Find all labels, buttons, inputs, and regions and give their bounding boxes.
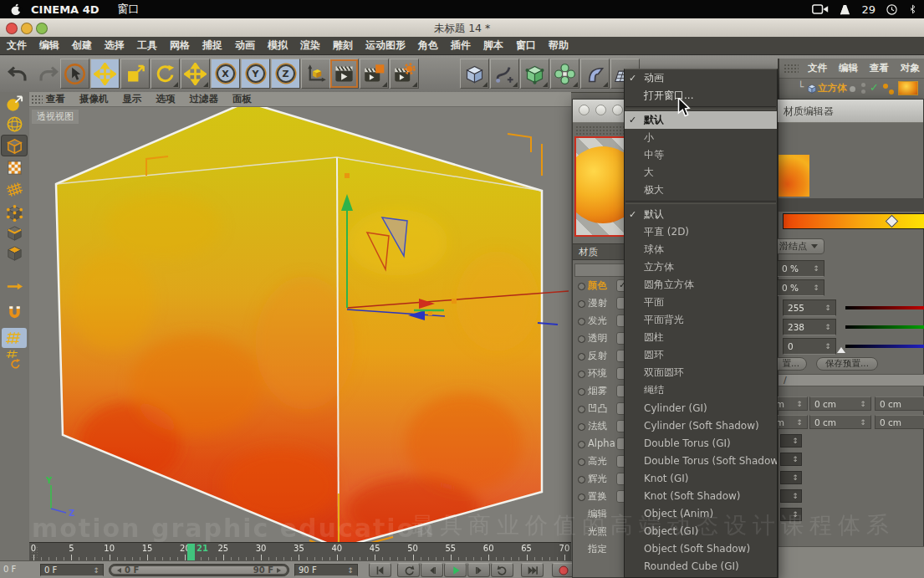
save-preset-button[interactable]: 保存预置... — [816, 357, 878, 371]
channel-label[interactable]: 指定 — [588, 543, 607, 555]
main-menu-item-4[interactable]: 工具 — [137, 38, 157, 53]
time-machine-icon[interactable] — [886, 3, 898, 16]
coord-field-0-2[interactable]: 0 cm — [875, 396, 924, 411]
main-menu-item-0[interactable]: 文件 — [7, 38, 27, 53]
workplane-mode-button[interactable] — [2, 179, 27, 199]
stepper-stub-0[interactable]: ↕ — [780, 434, 802, 448]
goto-start-button[interactable] — [369, 563, 391, 577]
material-editor-grip[interactable] — [575, 125, 627, 136]
channel-label[interactable]: 反射 — [588, 350, 607, 362]
add-primitive-cube-button[interactable] — [460, 59, 489, 89]
main-menu-item-3[interactable]: 选择 — [105, 38, 125, 53]
red-slider[interactable] — [845, 306, 924, 309]
menu-item-2-2[interactable]: 球体 — [625, 241, 777, 258]
menu-item-2-3[interactable]: 立方体 — [625, 258, 777, 276]
blue-slider-marker[interactable] — [837, 347, 845, 353]
main-menu-item-9[interactable]: 渲染 — [300, 38, 320, 53]
channel-radio[interactable] — [578, 458, 585, 466]
menu-item-2-16[interactable]: Knot (Soft Shadow) — [625, 487, 777, 504]
menu-item-2-10[interactable]: 绳结 — [625, 381, 777, 399]
channel-radio[interactable] — [578, 406, 585, 413]
lock-workplane-button[interactable] — [2, 349, 27, 369]
channel-radio[interactable] — [578, 283, 585, 290]
menu-item-1-0[interactable]: ✓默认 — [625, 111, 777, 129]
main-menu-item-5[interactable]: 网格 — [170, 38, 190, 53]
playhead[interactable] — [187, 544, 195, 560]
viewport-menu-item-1[interactable]: 摄像机 — [79, 93, 109, 105]
main-menu-item-12[interactable]: 角色 — [418, 38, 438, 53]
texture-path-bar[interactable]: / — [779, 374, 924, 386]
live-selection-tool[interactable] — [60, 59, 89, 89]
render-to-picture-viewer-button[interactable] — [360, 59, 389, 89]
menu-item-1-4[interactable]: 极大 — [625, 182, 777, 199]
redo-button[interactable] — [33, 59, 63, 89]
polygons-mode-button[interactable] — [2, 243, 27, 263]
stepper-stub-3[interactable]: ↕ — [780, 489, 802, 503]
stepper-stub-1[interactable]: ↕ — [780, 453, 802, 466]
menu-item-0-1[interactable]: 打开窗口... — [625, 87, 777, 105]
channel-radio[interactable] — [578, 335, 585, 343]
channel-label[interactable]: 编辑 — [588, 508, 607, 520]
viewport-menu-item-4[interactable]: 过滤器 — [190, 93, 219, 105]
recent-tool-move[interactable] — [181, 59, 210, 89]
texture-tag-dot-icon[interactable] — [883, 84, 888, 89]
gradient-bar[interactable] — [783, 213, 924, 229]
visibility-toggle-top[interactable] — [861, 83, 865, 87]
viewport-menu-item-5[interactable]: 面板 — [232, 93, 252, 105]
texture-axis-mode-button[interactable] — [2, 157, 27, 177]
menu-item-2-13[interactable]: Double Torus (GI) — [625, 434, 777, 452]
play-loop-button[interactable] — [491, 563, 513, 577]
previous-frame-button[interactable] — [421, 563, 443, 577]
main-menu-item-6[interactable]: 捕捉 — [202, 38, 222, 53]
enable-axis-button[interactable] — [2, 276, 27, 296]
main-menu-item-2[interactable]: 创建 — [72, 38, 92, 53]
stepper-stub-4[interactable]: ↕ — [780, 508, 802, 521]
menu-item-2-0[interactable]: ✓默认 — [625, 206, 777, 223]
color-texture-preview[interactable] — [779, 155, 809, 197]
workplane-button[interactable] — [2, 328, 27, 348]
zoom-material-editor-button[interactable] — [612, 105, 623, 115]
menu-item-0-0[interactable]: ✓动画 — [625, 69, 777, 87]
channel-radio[interactable] — [578, 388, 585, 396]
add-spline-button[interactable] — [490, 59, 519, 89]
channel-label[interactable]: 光照 — [588, 525, 607, 538]
menu-item-1-2[interactable]: 中等 — [625, 146, 777, 164]
blue-value-field[interactable]: 0↕ — [783, 338, 836, 355]
channel-label[interactable]: 辉光 — [588, 473, 607, 485]
channel-radio[interactable] — [578, 371, 585, 378]
channel-label[interactable]: 凹凸 — [588, 402, 607, 415]
menu-item-2-21[interactable]: Rounded Cube (Soft Shadow) — [625, 575, 777, 578]
menu-item-2-11[interactable]: Cylinder (GI) — [625, 399, 777, 417]
menu-item-2-5[interactable]: 平面 — [625, 294, 777, 311]
material-preview[interactable] — [574, 136, 630, 237]
editor-visibility-dot[interactable] — [850, 86, 855, 92]
red-value-field[interactable]: 255↕ — [783, 299, 836, 316]
menu-item-2-20[interactable]: Rounded Cube (GI) — [625, 557, 777, 575]
channel-label[interactable]: 高光 — [588, 455, 607, 468]
add-array-button[interactable] — [550, 59, 579, 89]
menu-item-2-12[interactable]: Cylinder (Soft Shadow) — [625, 417, 777, 434]
channel-radio[interactable] — [578, 441, 585, 448]
object-manager-menu-2[interactable]: 查看 — [870, 62, 889, 74]
minimize-material-editor-button[interactable] — [595, 105, 606, 115]
edges-mode-button[interactable] — [2, 223, 27, 243]
next-frame-button[interactable] — [467, 563, 490, 577]
app-name[interactable]: CINEMA 4D — [31, 3, 100, 16]
channel-label[interactable]: 置换 — [588, 490, 607, 503]
channel-label[interactable]: Alpha — [588, 437, 615, 449]
lock-z-axis-button[interactable]: Z — [271, 59, 300, 89]
apple-menu-icon[interactable] — [10, 3, 23, 17]
current-frame-field[interactable]: 0 F↕ — [40, 564, 104, 576]
rotate-tool[interactable] — [151, 59, 180, 89]
texture-tag-dot2-icon[interactable] — [889, 90, 894, 95]
texture-mode-button[interactable] — [2, 114, 27, 134]
preview-range-slider[interactable]: 0 F 90 F — [109, 564, 289, 576]
gradient-knot-handle[interactable] — [886, 215, 899, 228]
scale-tool[interactable] — [120, 59, 150, 89]
window-titlebar[interactable]: 未标题 14 * — [0, 18, 924, 38]
coord-field-1-2[interactable]: 0 cm — [875, 415, 924, 429]
green-value-field[interactable]: 238↕ — [783, 319, 836, 335]
channel-radio[interactable] — [578, 318, 585, 325]
viewport-menu-item-3[interactable]: 选项 — [156, 93, 176, 105]
object-manager-menu-1[interactable]: 编辑 — [839, 62, 858, 74]
